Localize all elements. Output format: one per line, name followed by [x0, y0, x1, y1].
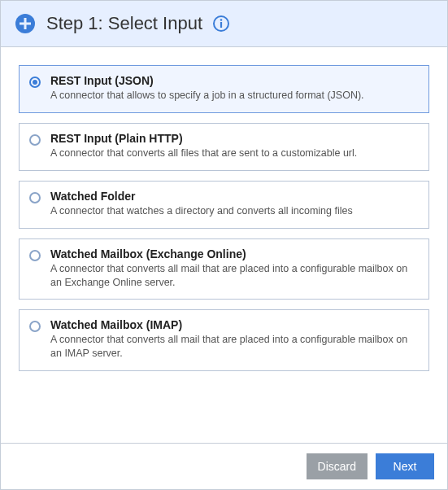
radio-icon — [29, 321, 41, 332]
option-description: A connector that allows to specify a job… — [50, 89, 419, 103]
radio-icon — [29, 77, 41, 88]
option-title: Watched Folder — [50, 190, 419, 203]
input-option[interactable]: Watched Mailbox (Exchange Online)A conne… — [19, 238, 429, 300]
radio-icon — [29, 192, 41, 203]
info-icon[interactable] — [212, 15, 230, 33]
option-text: REST Input (Plain HTTP)A connector that … — [50, 132, 419, 160]
option-text: REST Input (JSON)A connector that allows… — [50, 74, 419, 103]
input-option[interactable]: Watched Mailbox (IMAP)A connector that c… — [19, 309, 429, 371]
discard-button[interactable]: Discard — [307, 453, 368, 479]
next-button[interactable]: Next — [376, 453, 434, 479]
option-text: Watched Mailbox (Exchange Online)A conne… — [50, 247, 419, 290]
svg-point-4 — [220, 19, 223, 21]
option-text: Watched FolderA connector that watches a… — [50, 190, 419, 218]
option-description: A connector that watches a directory and… — [50, 204, 419, 218]
option-description: A connector that converts all mail that … — [50, 262, 419, 290]
option-title: REST Input (JSON) — [50, 74, 419, 87]
options-list: REST Input (JSON)A connector that allows… — [1, 47, 447, 443]
option-description: A connector that converts all mail that … — [50, 333, 419, 361]
wizard-title: Step 1: Select Input — [46, 13, 202, 34]
wizard-footer: Discard Next — [1, 443, 447, 489]
wizard-header: Step 1: Select Input — [1, 1, 447, 47]
input-option[interactable]: REST Input (JSON)A connector that allows… — [19, 65, 429, 113]
svg-rect-2 — [20, 23, 31, 25]
option-title: Watched Mailbox (Exchange Online) — [50, 247, 419, 260]
option-description: A connector that converts all files that… — [50, 147, 419, 160]
input-option[interactable]: Watched FolderA connector that watches a… — [19, 181, 429, 229]
input-option[interactable]: REST Input (Plain HTTP)A connector that … — [19, 123, 429, 171]
plus-circle-icon — [14, 12, 37, 35]
option-title: Watched Mailbox (IMAP) — [50, 318, 419, 331]
svg-rect-5 — [220, 22, 222, 28]
radio-icon — [29, 250, 41, 261]
option-title: REST Input (Plain HTTP) — [50, 132, 419, 145]
radio-icon — [29, 134, 41, 146]
option-text: Watched Mailbox (IMAP)A connector that c… — [50, 318, 419, 361]
